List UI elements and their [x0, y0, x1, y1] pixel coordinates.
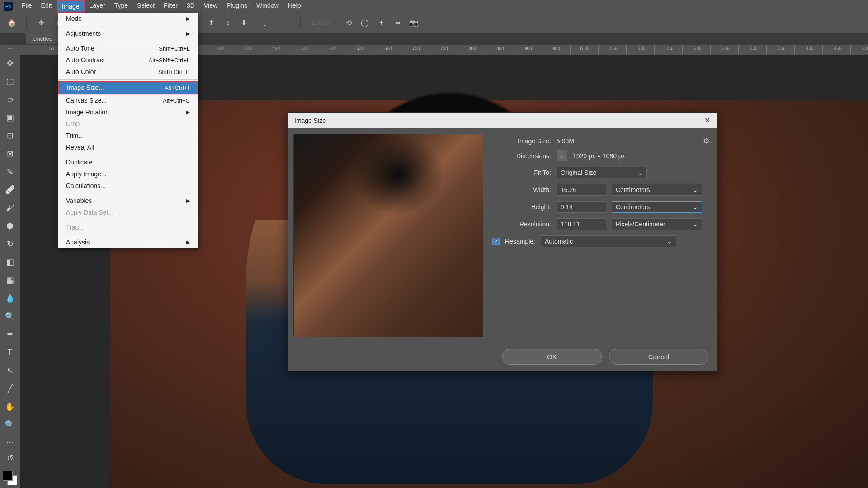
chevron-down-icon: ⌄	[667, 238, 672, 245]
menu-help[interactable]: Help	[283, 0, 306, 13]
dodge-tool[interactable]: 🔍	[3, 309, 17, 324]
valign-bottom-icon[interactable]: ⬇	[238, 17, 250, 29]
menu-item-canvas-size-[interactable]: Canvas Size...Alt+Ctrl+C	[58, 94, 198, 106]
eraser-tool[interactable]: ◧	[3, 255, 17, 269]
menu-item-calculations-[interactable]: Calculations...	[58, 180, 198, 192]
lasso-tool[interactable]: ⊃	[3, 92, 17, 107]
menu-item-crop: Crop	[58, 118, 198, 130]
more-options-icon[interactable]: ⋯	[279, 17, 292, 29]
submenu-arrow-icon: ▶	[186, 239, 190, 245]
menu-item-trap-: Trap...	[58, 221, 198, 233]
resample-select[interactable]: Automatic⌄	[541, 235, 676, 247]
resolution-unit-select[interactable]: Pixels/Centimeter⌄	[612, 218, 702, 230]
blur-tool[interactable]: 💧	[3, 291, 17, 305]
left-toolbar: ✥ ⬚ ⊃ ▣ ⊡ ⊠ ✎ 🩹 🖌 ⬢ ↻ ◧ ▦ 💧 🔍 ✒ T ↖ ╱ ✋ …	[0, 45, 20, 488]
valign-group: ⬆ ↕ ⬇	[205, 17, 250, 29]
camera-icon[interactable]: 📷	[407, 17, 420, 29]
line-tool[interactable]: ╱	[3, 381, 17, 396]
color-swatches[interactable]	[3, 471, 17, 485]
close-icon[interactable]: ✕	[704, 116, 710, 125]
menu-file[interactable]: File	[17, 0, 37, 13]
marquee-tool[interactable]: ⬚	[3, 74, 17, 89]
history-brush-tool[interactable]: ↻	[3, 237, 17, 251]
menu-window[interactable]: Window	[252, 0, 283, 13]
valign-top-icon[interactable]: ⬆	[205, 17, 218, 29]
orbit-icon[interactable]: ⟲	[342, 17, 355, 29]
eyedropper-tool[interactable]: ✎	[3, 164, 17, 179]
pan-icon[interactable]: ✦	[375, 17, 387, 29]
resample-label: Resample:	[505, 238, 535, 245]
chevron-down-icon: ⌄	[637, 169, 643, 176]
gear-icon[interactable]: ⚙.	[703, 136, 711, 145]
resolution-label: Resolution:	[492, 221, 551, 228]
menu-image[interactable]: Image	[57, 0, 85, 13]
dimensions-label: Dimensions:	[492, 152, 551, 160]
menu-select[interactable]: Select	[132, 0, 159, 13]
toolbar-handle[interactable]	[4, 48, 16, 51]
width-input[interactable]	[557, 184, 606, 196]
menu-3d[interactable]: 3D	[182, 0, 199, 13]
menu-item-auto-tone[interactable]: Auto ToneShift+Ctrl+L	[58, 42, 198, 54]
pen-tool[interactable]: ✒	[3, 327, 17, 342]
image-size-dialog: Image Size ✕ Image Size: 5.93M ⚙. Dimens…	[288, 112, 717, 371]
more-tools[interactable]: ⋯	[3, 436, 17, 448]
preview-thumbnail[interactable]	[293, 134, 483, 337]
menu-edit[interactable]: Edit	[37, 0, 57, 13]
healing-tool[interactable]: 🩹	[3, 183, 17, 197]
chevron-down-icon: ⌄	[693, 221, 698, 228]
menu-plugins[interactable]: Plugins	[222, 0, 252, 13]
3d-tools-group: ⟲ ◯ ✦ ⇔ 📷	[342, 17, 420, 29]
menu-item-duplicate-[interactable]: Duplicate...	[58, 156, 198, 168]
menu-item-adjustments[interactable]: Adjustments▶	[58, 28, 198, 39]
dimensions-unit-toggle[interactable]: ⌄	[557, 150, 567, 161]
menu-type[interactable]: Type	[110, 0, 132, 13]
crop-tool[interactable]: ⊡	[3, 128, 17, 143]
fit-to-select[interactable]: Original Size⌄	[557, 167, 647, 178]
cancel-button[interactable]: Cancel	[609, 349, 708, 365]
object-select-tool[interactable]: ▣	[3, 110, 17, 125]
menu-item-image-rotation[interactable]: Image Rotation▶	[58, 106, 198, 118]
menu-item-variables[interactable]: Variables▶	[58, 195, 198, 206]
dimensions-value: 1920 px × 1080 px	[573, 152, 625, 160]
path-select-tool[interactable]: ↖	[3, 363, 17, 378]
brush-tool[interactable]: 🖌	[3, 201, 17, 215]
menu-filter[interactable]: Filter	[159, 0, 182, 13]
more-align-icon[interactable]: ⫿	[259, 17, 271, 29]
menu-view[interactable]: View	[199, 0, 222, 13]
menu-item-trim-[interactable]: Trim...	[58, 130, 198, 141]
move-tool-icon[interactable]: ✥	[35, 17, 47, 29]
roll-icon[interactable]: ◯	[359, 17, 371, 29]
menu-layer[interactable]: Layer	[85, 0, 110, 13]
type-tool[interactable]: T	[3, 345, 17, 360]
height-label: Height:	[492, 203, 551, 211]
hand-tool[interactable]: ✋	[3, 399, 17, 414]
slide-icon[interactable]: ⇔	[391, 17, 404, 29]
foreground-color[interactable]	[3, 471, 13, 481]
move-tool[interactable]: ✥	[3, 56, 17, 70]
resolution-input[interactable]	[557, 218, 606, 230]
menu-item-mode[interactable]: Mode▶	[58, 13, 198, 24]
submenu-arrow-icon: ▶	[186, 198, 190, 204]
menu-item-reveal-all[interactable]: Reveal All	[58, 141, 198, 153]
menu-item-analysis[interactable]: Analysis▶	[58, 236, 198, 248]
document-tab[interactable]: Untitled	[26, 33, 59, 44]
valign-middle-icon[interactable]: ↕	[222, 17, 234, 29]
ok-button[interactable]: OK	[502, 349, 602, 365]
frame-tool[interactable]: ⊠	[3, 146, 17, 161]
gradient-tool[interactable]: ▦	[3, 273, 17, 287]
height-unit-select[interactable]: Centimeters⌄	[612, 201, 702, 213]
width-unit-select[interactable]: Centimeters⌄	[612, 184, 702, 196]
stamp-tool[interactable]: ⬢	[3, 219, 17, 233]
menu-item-auto-color[interactable]: Auto ColorShift+Ctrl+B	[58, 66, 198, 78]
zoom-tool[interactable]: 🔍	[3, 418, 17, 432]
menu-item-apply-data-set-: Apply Data Set...	[58, 206, 198, 218]
menu-item-image-size-[interactable]: Image Size...Alt+Ctrl+I	[58, 81, 198, 94]
edit-toolbar[interactable]: ↺	[3, 452, 17, 465]
resample-checkbox[interactable]: ✓	[492, 238, 500, 245]
menu-item-auto-contrast[interactable]: Auto ContrastAlt+Shift+Ctrl+L	[58, 54, 198, 66]
menu-item-apply-image-[interactable]: Apply Image...	[58, 168, 198, 180]
chevron-down-icon: ⌄	[693, 203, 698, 211]
dialog-titlebar[interactable]: Image Size ✕	[288, 113, 717, 128]
home-icon[interactable]: 🏠	[5, 17, 18, 29]
height-input[interactable]	[557, 201, 606, 213]
